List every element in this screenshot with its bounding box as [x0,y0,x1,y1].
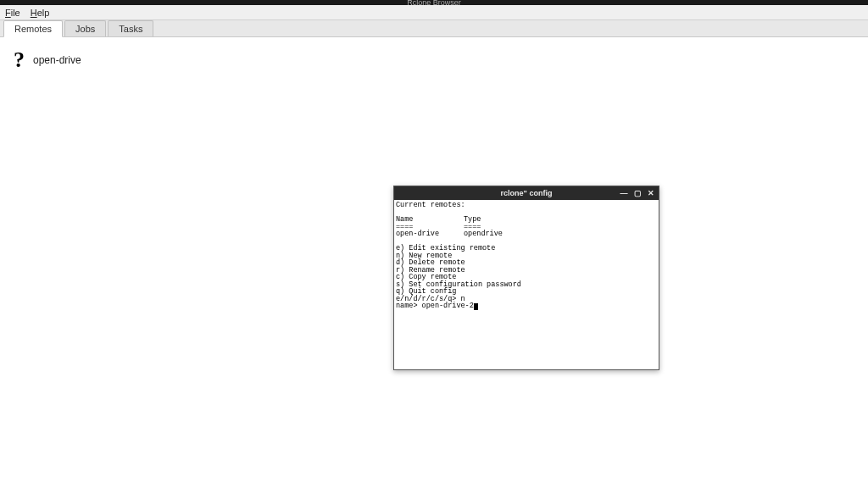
tab-remotes[interactable]: Remotes [3,20,63,37]
terminal-body[interactable]: Current remotes: NameType========open-dr… [394,200,659,369]
term-remote-name: open-drive [396,230,464,238]
question-icon: ? [14,49,25,71]
terminal-titlebar[interactable]: rclone" config — ▢ ✕ [394,186,659,200]
remote-label: open-drive [33,54,81,66]
cursor-icon [474,303,478,310]
menu-file[interactable]: File [5,8,20,18]
term-remote-type: opendrive [464,230,503,238]
terminal-window: rclone" config — ▢ ✕ Current remotes: Na… [393,186,659,370]
term-prompt-name: name> open-drive-2 [396,302,657,310]
tab-tasks[interactable]: Tasks [108,20,153,36]
menubar: File Help [0,5,868,20]
tab-jobs[interactable]: Jobs [64,20,106,36]
maximize-icon[interactable]: ▢ [633,189,642,197]
tabbar: Remotes Jobs Tasks [0,20,868,37]
term-line: Current remotes: [396,202,657,209]
content-area: ? open-drive rclone" config — ▢ ✕ Curren… [0,37,868,499]
minimize-icon[interactable]: — [620,189,628,197]
app-title: Rclone Browser [407,0,461,5]
menu-help[interactable]: Help [31,8,50,18]
close-icon[interactable]: ✕ [647,189,655,197]
window-controls: — ▢ ✕ [620,186,655,200]
remote-item-open-drive[interactable]: ? open-drive [8,46,86,75]
terminal-title: rclone" config [501,189,553,197]
